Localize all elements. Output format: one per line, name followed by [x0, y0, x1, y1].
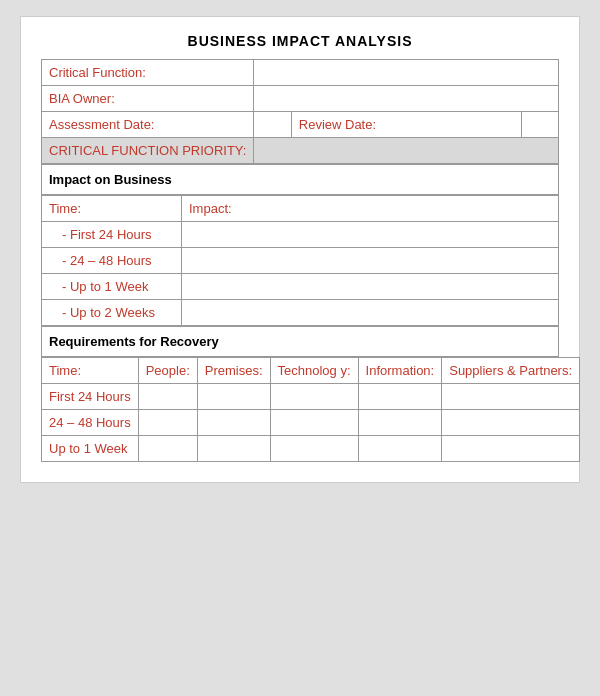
impact-value-2[interactable] — [182, 274, 559, 300]
recovery-tech-1[interactable] — [270, 410, 358, 436]
recovery-premises-1[interactable] — [197, 410, 270, 436]
recovery-info-header: Information: — [358, 358, 442, 384]
impact-impact-header: Impact: — [182, 196, 559, 222]
impact-value-0[interactable] — [182, 222, 559, 248]
impact-value-3[interactable] — [182, 300, 559, 326]
recovery-time-1: 24 – 48 Hours — [42, 410, 139, 436]
page-container: BUSINESS IMPACT ANALYSIS Critical Functi… — [20, 16, 580, 483]
priority-row: CRITICAL FUNCTION PRIORITY: — [42, 138, 559, 164]
critical-function-label: Critical Function: — [42, 60, 254, 86]
impact-time-2: - Up to 1 Week — [42, 274, 182, 300]
impact-time-0: - First 24 Hours — [42, 222, 182, 248]
impact-time-header: Time: — [42, 196, 182, 222]
impact-row-3: - Up to 2 Weeks — [42, 300, 559, 326]
impact-row-0: - First 24 Hours — [42, 222, 559, 248]
recovery-tech-0[interactable] — [270, 384, 358, 410]
recovery-time-header: Time: — [42, 358, 139, 384]
recovery-time-2: Up to 1 Week — [42, 436, 139, 462]
recovery-row-1: 24 – 48 Hours — [42, 410, 580, 436]
recovery-people-0[interactable] — [138, 384, 197, 410]
critical-function-row: Critical Function: — [42, 60, 559, 86]
assessment-date-value[interactable] — [254, 112, 291, 138]
dates-row: Assessment Date: Review Date: — [42, 112, 559, 138]
recovery-premises-header: Premises: — [197, 358, 270, 384]
page-title: BUSINESS IMPACT ANALYSIS — [41, 33, 559, 49]
critical-function-value[interactable] — [254, 60, 559, 86]
recovery-suppliers-0[interactable] — [442, 384, 580, 410]
impact-time-1: - 24 – 48 Hours — [42, 248, 182, 274]
recovery-suppliers-2[interactable] — [442, 436, 580, 462]
bia-owner-row: BIA Owner: — [42, 86, 559, 112]
assessment-date-label: Assessment Date: — [42, 112, 254, 138]
recovery-table: Time: People: Premises: Technolog y: Inf… — [41, 357, 580, 462]
recovery-section-header: Requirements for Recovery — [41, 326, 559, 357]
recovery-premises-0[interactable] — [197, 384, 270, 410]
priority-value[interactable] — [254, 138, 559, 164]
priority-label: CRITICAL FUNCTION PRIORITY: — [42, 138, 254, 164]
impact-time-3: - Up to 2 Weeks — [42, 300, 182, 326]
recovery-people-1[interactable] — [138, 410, 197, 436]
recovery-people-2[interactable] — [138, 436, 197, 462]
impact-header-row: Time: Impact: — [42, 196, 559, 222]
impact-section-header: Impact on Business — [41, 164, 559, 195]
impact-row-1: - 24 – 48 Hours — [42, 248, 559, 274]
recovery-info-0[interactable] — [358, 384, 442, 410]
impact-row-2: - Up to 1 Week — [42, 274, 559, 300]
recovery-tech-header: Technolog y: — [270, 358, 358, 384]
recovery-info-2[interactable] — [358, 436, 442, 462]
recovery-info-1[interactable] — [358, 410, 442, 436]
review-date-value[interactable] — [521, 112, 558, 138]
recovery-tech-2[interactable] — [270, 436, 358, 462]
recovery-suppliers-1[interactable] — [442, 410, 580, 436]
bia-owner-label: BIA Owner: — [42, 86, 254, 112]
bia-owner-value[interactable] — [254, 86, 559, 112]
recovery-premises-2[interactable] — [197, 436, 270, 462]
top-fields-table: Critical Function: BIA Owner: Assessment… — [41, 59, 559, 164]
impact-table: Time: Impact: - First 24 Hours - 24 – 48… — [41, 195, 559, 326]
recovery-row-2: Up to 1 Week — [42, 436, 580, 462]
recovery-time-0: First 24 Hours — [42, 384, 139, 410]
impact-value-1[interactable] — [182, 248, 559, 274]
review-date-label: Review Date: — [291, 112, 521, 138]
recovery-row-0: First 24 Hours — [42, 384, 580, 410]
recovery-header-row: Time: People: Premises: Technolog y: Inf… — [42, 358, 580, 384]
recovery-people-header: People: — [138, 358, 197, 384]
recovery-suppliers-header: Suppliers & Partners: — [442, 358, 580, 384]
